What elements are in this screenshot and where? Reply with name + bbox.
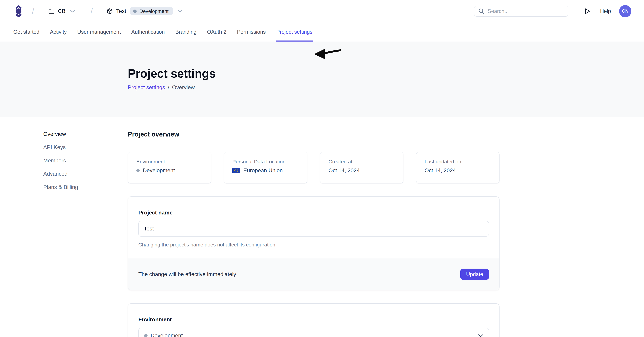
breadcrumb-separator: / xyxy=(91,7,93,15)
section-title: Project overview xyxy=(128,131,500,138)
package-icon xyxy=(106,8,113,14)
status-dot xyxy=(144,334,148,337)
main-panel: Project overview Environment Development… xyxy=(128,117,500,337)
info-card-value: European Union xyxy=(232,167,299,174)
info-card-last-updated: Last updated on Oct 14, 2024 xyxy=(416,152,500,183)
nav-tabs: Get started Activity User management Aut… xyxy=(0,22,644,41)
sidebar-item-overview[interactable]: Overview xyxy=(43,131,78,138)
breadcrumb-link[interactable]: Project settings xyxy=(128,84,165,90)
breadcrumb-separator: / xyxy=(168,84,169,90)
user-avatar[interactable]: CN xyxy=(619,5,632,17)
info-cards-row: Environment Development Personal Data Lo… xyxy=(128,152,500,183)
update-button[interactable]: Update xyxy=(460,269,489,280)
environment-select[interactable]: Development xyxy=(138,328,489,337)
project-name-input[interactable] xyxy=(138,221,489,237)
footer-note: The change will be effective immediately xyxy=(138,271,236,277)
environment-label: Environment xyxy=(138,317,489,323)
project-name: Test xyxy=(116,8,126,14)
info-card-value: Development xyxy=(136,167,203,174)
info-card-value: Oct 14, 2024 xyxy=(328,167,395,174)
environment-card: Environment Development xyxy=(128,303,500,337)
status-dot xyxy=(136,169,140,172)
settings-sidebar: Overview API Keys Members Advanced Plans… xyxy=(43,131,78,191)
help-link[interactable]: Help xyxy=(600,8,611,14)
top-bar-actions: Help CN xyxy=(474,5,632,17)
tab-permissions[interactable]: Permissions xyxy=(237,22,266,41)
breadcrumb-current: Overview xyxy=(172,84,195,90)
project-name-card-footer: The change will be effective immediately… xyxy=(128,258,499,290)
page-breadcrumb: Project settings / Overview xyxy=(128,84,644,90)
page-title: Project settings xyxy=(128,67,644,80)
tab-oauth-2[interactable]: OAuth 2 xyxy=(207,22,226,41)
info-card-created-at: Created at Oct 14, 2024 xyxy=(320,152,404,183)
page-header: Project settings Project settings / Over… xyxy=(0,41,644,117)
sidebar-item-plans-billing[interactable]: Plans & Billing xyxy=(43,184,78,191)
info-card-label: Personal Data Location xyxy=(232,159,299,164)
org-switcher[interactable]: CB xyxy=(48,8,66,14)
top-bar: / CB / xyxy=(0,0,644,22)
project-switcher[interactable]: Test xyxy=(106,8,126,14)
sidebar-item-api-keys[interactable]: API Keys xyxy=(43,144,78,151)
play-icon[interactable] xyxy=(584,8,590,14)
chevron-down-icon[interactable] xyxy=(70,10,75,12)
org-name: CB xyxy=(58,8,66,14)
sidebar-item-advanced[interactable]: Advanced xyxy=(43,171,78,177)
status-dot xyxy=(134,9,137,13)
folder-icon xyxy=(48,8,55,14)
info-card-value-text: European Union xyxy=(243,167,283,174)
sidebar-item-members[interactable]: Members xyxy=(43,157,78,164)
breadcrumb-separator: / xyxy=(32,7,34,15)
divider xyxy=(576,7,576,15)
project-name-card: Project name Changing the project's name… xyxy=(128,196,500,290)
chevron-down-icon[interactable] xyxy=(177,10,182,12)
environment-select-value: Development xyxy=(150,333,183,337)
info-card-label: Last updated on xyxy=(424,159,491,164)
app-window: / CB / xyxy=(0,0,644,337)
content-area: Overview API Keys Members Advanced Plans… xyxy=(0,117,644,337)
environment-badge: Development xyxy=(130,7,173,15)
info-card-label: Environment xyxy=(136,159,203,164)
info-card-value-text: Oct 14, 2024 xyxy=(424,167,456,174)
info-card-value-text: Oct 14, 2024 xyxy=(328,167,360,174)
search-icon xyxy=(478,8,484,14)
environment-badge-label: Development xyxy=(140,8,169,14)
tab-branding[interactable]: Branding xyxy=(175,22,196,41)
info-card-label: Created at xyxy=(328,159,395,164)
search-box[interactable] xyxy=(474,5,568,16)
info-card-data-location: Personal Data Location xyxy=(224,152,307,183)
tab-activity[interactable]: Activity xyxy=(50,22,66,41)
workspace-breadcrumb: / CB / xyxy=(16,5,182,17)
info-card-value: Oct 14, 2024 xyxy=(424,167,491,174)
tab-project-settings[interactable]: Project settings xyxy=(276,22,312,41)
tab-authentication[interactable]: Authentication xyxy=(131,22,165,41)
eu-flag-icon xyxy=(232,168,240,173)
tab-get-started[interactable]: Get started xyxy=(13,22,39,41)
search-input[interactable] xyxy=(488,8,564,14)
chevron-down-icon xyxy=(478,334,483,337)
info-card-environment: Environment Development xyxy=(128,152,211,183)
info-card-value-text: Development xyxy=(143,167,175,174)
project-name-card-body: Project name Changing the project's name… xyxy=(128,197,499,258)
project-name-label: Project name xyxy=(138,210,489,216)
environment-card-body: Environment Development xyxy=(128,304,499,337)
logo-mark-icon[interactable] xyxy=(16,5,22,17)
project-name-helper: Changing the project's name does not aff… xyxy=(138,242,489,248)
tab-user-management[interactable]: User management xyxy=(77,22,121,41)
